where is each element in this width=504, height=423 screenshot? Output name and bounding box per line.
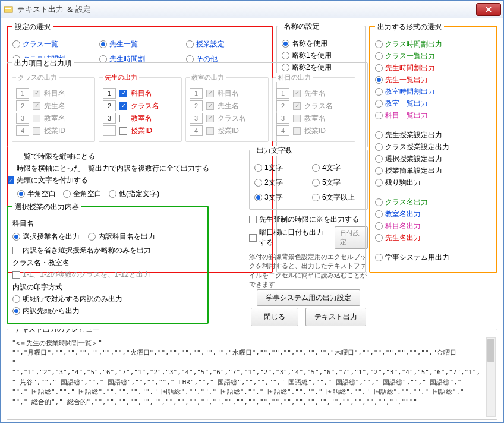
charcount-radio-1[interactable]: 2文字: [254, 178, 305, 188]
selout-subject-radio-1[interactable]: 内訳科目名を出力: [88, 232, 155, 242]
format-radio[interactable]: 科目名出力: [375, 221, 492, 231]
excel-settings-button[interactable]: 学事システム用の出力設定: [257, 289, 360, 306]
selout-print-radio-1[interactable]: 内訳先頭から出力: [12, 306, 203, 316]
out-item-row: 3教室名: [276, 113, 351, 124]
order-box: 2: [190, 100, 203, 111]
checkbox-icon: [119, 102, 127, 110]
out-item-row[interactable]: 3教室名: [103, 113, 178, 124]
order-box: 3: [190, 113, 203, 124]
radio-icon: [375, 155, 383, 163]
group-sel-output: 選択授業の出力内容 科目名 選択授業名を出力内訳科目名を出力 内訳を省き選択授業…: [7, 206, 209, 324]
text-output-button[interactable]: テキスト出力: [305, 308, 366, 326]
format-radio[interactable]: クラス授業設定出力: [375, 142, 492, 152]
order-box: 1: [103, 88, 116, 99]
svg-rect-0: [4, 7, 12, 12]
charcount-radio-5[interactable]: 6文字以上: [312, 192, 363, 203]
checkbox-icon: [33, 102, 40, 110]
group-select-legend: 設定の選択: [12, 22, 53, 32]
order-box: 1: [16, 88, 29, 99]
checkbox-icon: [119, 115, 127, 122]
order-box: 4: [16, 125, 29, 136]
group-naming-legend: 名称の設定: [282, 21, 322, 31]
out-item-row[interactable]: 1科目名: [103, 88, 178, 99]
radio-icon: [312, 194, 320, 201]
group-out-items: 出力項目と出力順 クラスの出力1科目名2先生名3教室名4授業ID先生の出力1科目…: [7, 62, 368, 147]
radio-icon: [375, 131, 383, 139]
order-box: 2: [16, 100, 29, 111]
check-omit-detail[interactable]: 内訳を省き選択授業名か略称のみを出力: [12, 245, 203, 255]
selout-subject-radio-0[interactable]: 選択授業名を出力: [12, 232, 80, 242]
preview-text: "<＝先生の授業時間割一覧＞" "","月曜日","","","","","",…: [12, 339, 492, 408]
scrollbar-thumb[interactable]: [487, 339, 494, 362]
naming-radio-1[interactable]: 略称1を使用: [282, 50, 360, 61]
format-radio[interactable]: 先生一覧出力: [375, 75, 492, 85]
order-box: [103, 125, 116, 136]
charcount-radio-0[interactable]: 1文字: [254, 163, 305, 173]
close-dialog-button[interactable]: 閉じる: [251, 308, 298, 326]
checkbox-icon: [119, 127, 127, 135]
naming-radio-0[interactable]: 名称を使用: [282, 39, 360, 49]
format-radio[interactable]: 教室名出力: [375, 209, 492, 219]
selout-print-radio-0[interactable]: 明細行で対応する内訳のみ出力: [12, 294, 203, 304]
radio-icon: [312, 179, 320, 187]
order-box: 1: [190, 88, 203, 99]
radio-icon: [375, 112, 383, 119]
out-item-row: 1科目名: [190, 88, 264, 99]
charcount-radio-2[interactable]: 3文字: [254, 192, 305, 203]
checkbox-icon: [33, 115, 40, 122]
radio-icon: [375, 234, 383, 242]
radio-icon: [375, 210, 383, 218]
group-out-items-legend: 出力項目と出力順: [12, 58, 74, 68]
charcount-radio-4[interactable]: 5文字: [312, 178, 363, 188]
order-box: 3: [276, 113, 289, 124]
order-box: 3: [103, 113, 116, 124]
label-print-method: 内訳の印字方式: [12, 282, 203, 292]
format-radio[interactable]: 教室一覧出力: [375, 99, 492, 109]
out-item-row: 4授業ID: [190, 125, 264, 136]
out-item-row[interactable]: 2クラス名: [103, 100, 178, 111]
format-radio[interactable]: 科目一覧出力: [375, 111, 492, 121]
radio-icon: [12, 40, 20, 48]
svg-rect-1: [5, 8, 11, 9]
group-format-legend: 出力する形式の選択: [375, 22, 444, 32]
radio-icon: [375, 40, 383, 48]
format-radio[interactable]: 授業簡単設定出力: [375, 166, 492, 176]
format-radio[interactable]: 選択授業設定出力: [375, 154, 492, 164]
label-classroom: クラス名・教室名: [12, 258, 203, 268]
charcount-radio-3[interactable]: 4文字: [312, 163, 363, 173]
select-radio-0[interactable]: クラス一覧: [12, 39, 93, 49]
format-radio[interactable]: 先生授業設定出力: [375, 130, 492, 140]
format-radio[interactable]: クラス時間割出力: [375, 39, 492, 49]
out-item-row: 2先生名: [16, 100, 91, 111]
select-radio-1[interactable]: 先生一覧: [99, 39, 180, 49]
format-radio[interactable]: クラス名出力: [375, 197, 492, 207]
out-col-legend: クラスの出力: [16, 73, 59, 82]
checkbox-icon: [119, 90, 127, 97]
format-radio[interactable]: 教室時間割出力: [375, 87, 492, 97]
out-item-row: 3クラス名: [190, 113, 264, 124]
check-class-merge[interactable]: 1-1、1-2の複数のクラスを、1-12と出力: [12, 270, 203, 280]
select-radio-2[interactable]: 授業設定: [186, 39, 267, 49]
radio-icon: [254, 179, 262, 187]
checkbox-icon: [293, 127, 301, 135]
checkbox-icon: [33, 90, 40, 97]
radio-icon: [375, 100, 383, 108]
window-title: テキスト出力 ＆ 設定: [17, 4, 476, 15]
close-button[interactable]: [476, 3, 501, 16]
format-radio[interactable]: 学事システム用出力: [375, 252, 492, 263]
checkbox-icon: [206, 127, 214, 135]
format-radio[interactable]: 先生名出力: [375, 233, 492, 243]
format-radio[interactable]: 先生時間割出力: [375, 63, 492, 73]
radio-icon: [186, 40, 194, 48]
format-radio[interactable]: 残り駒出力: [375, 178, 492, 188]
radio-icon: [375, 88, 383, 96]
out-item-row[interactable]: 授業ID: [103, 125, 178, 136]
out-item-row: 2クラス名: [276, 100, 351, 111]
checkbox-icon: [206, 102, 214, 110]
checkbox-icon: [293, 102, 301, 110]
preview-scrollbar[interactable]: [486, 337, 496, 417]
close-icon: [485, 6, 492, 13]
radio-icon: [88, 233, 96, 241]
group-char-count-legend: 出力文字数: [254, 146, 295, 156]
format-radio[interactable]: クラス一覧出力: [375, 51, 492, 61]
